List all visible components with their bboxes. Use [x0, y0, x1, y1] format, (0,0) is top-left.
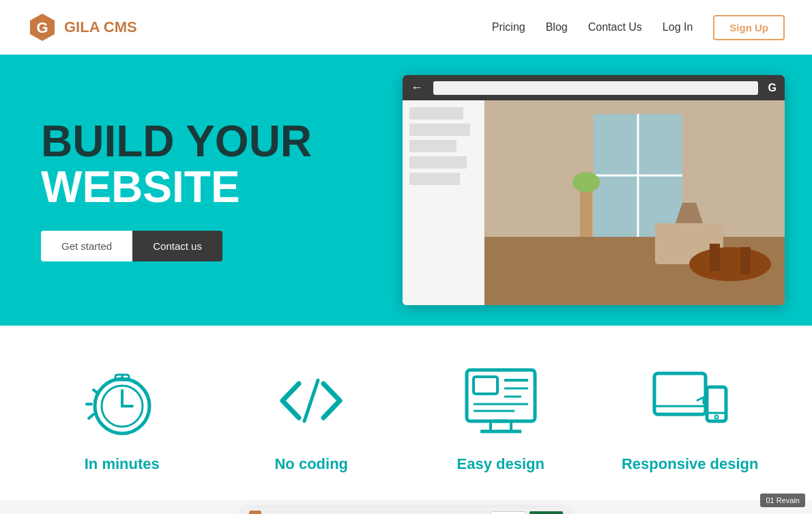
svg-rect-25: [474, 377, 497, 394]
bottom-preview: G Home — □ □ Discard Publish: [0, 500, 812, 514]
get-started-button[interactable]: Get started: [41, 231, 132, 261]
browser-content: [403, 100, 785, 305]
feature-responsive-label: Responsive design: [596, 455, 785, 473]
svg-point-39: [715, 416, 719, 419]
preview-discard-button[interactable]: Discard: [491, 511, 526, 515]
hero-section: BUILD YOUR WEBSITE Get started Contact u…: [0, 55, 812, 326]
sidebar-block-2: [409, 124, 470, 136]
sidebar-block-1: [409, 107, 463, 119]
room-image: [484, 100, 785, 305]
sidebar-block-5: [409, 173, 460, 185]
svg-rect-13: [740, 247, 751, 274]
logo[interactable]: G GILA CMS: [27, 12, 137, 42]
revain-watermark: 01 Revain: [760, 494, 805, 507]
contact-button[interactable]: Contact us: [132, 231, 222, 261]
hero-title: BUILD YOUR WEBSITE: [41, 119, 314, 210]
preview-toolbar: G Home — □ □ Discard Publish: [242, 507, 570, 514]
svg-line-20: [93, 390, 98, 394]
svg-text:G: G: [36, 19, 48, 36]
svg-point-8: [572, 172, 600, 192]
layout-icon: [460, 360, 542, 442]
feature-in-minutes: In minutes: [27, 360, 217, 473]
preview-logo: G: [249, 511, 261, 514]
preview-window: G Home — □ □ Discard Publish: [242, 507, 570, 514]
sidebar-block-4: [409, 156, 467, 169]
features-section: In minutes No coding: [0, 326, 812, 500]
signup-button[interactable]: Sign Up: [713, 15, 785, 40]
feature-no-coding: No coding: [217, 360, 407, 473]
browser-logo-icon: G: [768, 82, 777, 94]
feature-in-minutes-label: In minutes: [27, 455, 217, 473]
devices-icon: [649, 360, 731, 442]
feature-responsive: Responsive design: [596, 360, 785, 473]
svg-rect-34: [654, 373, 706, 414]
browser-mockup: ← G: [403, 75, 785, 305]
preview-publish-button[interactable]: Publish: [530, 511, 563, 515]
feature-no-coding-label: No coding: [217, 455, 407, 473]
hero-buttons: Get started Contact us: [41, 231, 314, 261]
svg-line-22: [89, 414, 93, 418]
room-svg: [484, 100, 785, 305]
nav-pricing[interactable]: Pricing: [492, 21, 525, 33]
header: G GILA CMS Pricing Blog Contact Us Log I…: [0, 0, 812, 55]
stopwatch-icon: [81, 360, 163, 442]
browser-url-bar: [433, 81, 758, 95]
nav-login[interactable]: Log In: [663, 21, 693, 33]
logo-text: GILA CMS: [64, 18, 137, 36]
sidebar-block-3: [409, 140, 456, 152]
svg-line-23: [304, 380, 318, 421]
feature-easy-design: Easy design: [406, 360, 596, 473]
svg-rect-12: [710, 244, 720, 271]
svg-point-11: [689, 247, 771, 281]
browser-main: [484, 100, 785, 305]
feature-easy-design-label: Easy design: [406, 455, 596, 473]
nav-blog[interactable]: Blog: [546, 21, 568, 33]
browser-sidebar: [403, 100, 484, 305]
hero-text: BUILD YOUR WEBSITE Get started Contact u…: [41, 119, 314, 261]
browser-back-icon[interactable]: ←: [411, 81, 423, 95]
browser-bar: ← G: [403, 75, 785, 100]
main-nav: Pricing Blog Contact Us Log In Sign Up: [492, 15, 785, 40]
nav-contact[interactable]: Contact Us: [588, 21, 642, 33]
logo-icon: G: [27, 12, 57, 42]
code-icon: [270, 360, 352, 442]
preview-action-buttons: Discard Publish: [491, 511, 563, 515]
